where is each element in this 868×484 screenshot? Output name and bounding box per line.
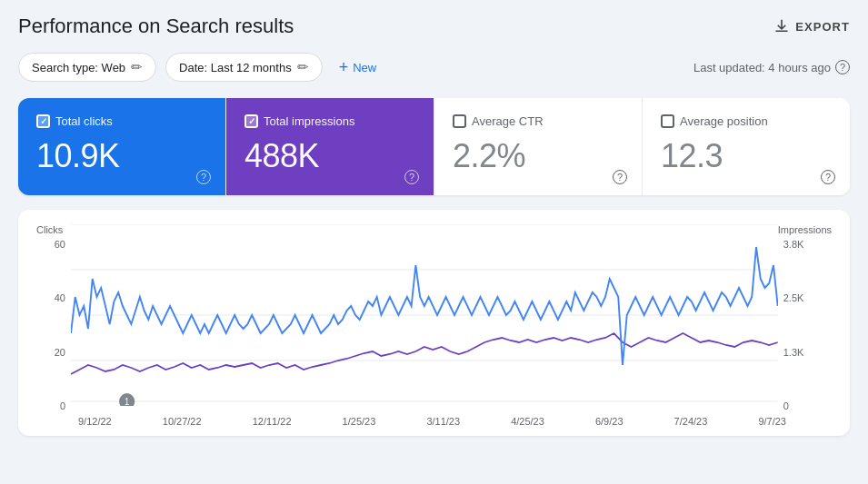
export-icon xyxy=(773,18,790,35)
metric-total-impressions[interactable]: Total impressions 488K ? xyxy=(226,98,434,195)
right-y-2.5k: 2.5K xyxy=(783,292,804,303)
x-label-2: 12/11/22 xyxy=(253,416,292,427)
average-ctr-checkbox[interactable] xyxy=(453,114,466,128)
x-label-5: 4/25/23 xyxy=(511,416,544,427)
right-axis-title: Impressions xyxy=(778,224,832,235)
left-y-60: 60 xyxy=(55,239,65,250)
search-type-filter[interactable]: Search type: Web ✏ xyxy=(18,53,156,82)
filter-bar: Search type: Web ✏ Date: Last 12 months … xyxy=(18,53,850,82)
total-clicks-value: 10.9K xyxy=(36,137,207,175)
left-y-0: 0 xyxy=(60,400,65,411)
plus-icon: + xyxy=(339,59,349,75)
total-impressions-help-icon[interactable]: ? xyxy=(404,170,419,184)
x-axis: 9/12/22 10/27/22 12/11/22 1/25/23 3/11/2… xyxy=(78,411,786,427)
new-button[interactable]: + New xyxy=(332,54,384,81)
average-position-help-icon[interactable]: ? xyxy=(821,170,835,184)
edit-search-type-icon: ✏ xyxy=(131,59,143,75)
edit-date-icon: ✏ xyxy=(297,59,309,75)
svg-text:1: 1 xyxy=(125,397,129,406)
metric-total-clicks[interactable]: Total clicks 10.9K ? xyxy=(18,98,226,195)
right-y-3.8k: 3.8K xyxy=(783,239,804,250)
average-position-value: 12.3 xyxy=(661,137,832,175)
date-filter[interactable]: Date: Last 12 months ✏ xyxy=(165,53,323,82)
chart-area: 1 xyxy=(71,224,778,409)
x-label-4: 3/11/23 xyxy=(426,416,460,427)
metric-average-position[interactable]: Average position 12.3 ? xyxy=(643,98,850,195)
left-axis-title: Clicks xyxy=(36,224,71,235)
x-label-1: 10/27/22 xyxy=(163,416,202,427)
last-updated-help-icon[interactable]: ? xyxy=(835,60,850,74)
chart-svg: 1 xyxy=(71,224,778,406)
left-y-40: 40 xyxy=(55,292,65,303)
x-label-0: 9/12/22 xyxy=(78,416,112,427)
last-updated-info: Last updated: 4 hours ago ? xyxy=(693,60,850,74)
x-label-8: 9/7/23 xyxy=(758,416,786,427)
average-position-label: Average position xyxy=(680,114,768,128)
average-position-checkbox[interactable] xyxy=(661,114,674,128)
x-label-3: 1/25/23 xyxy=(343,416,376,427)
total-clicks-checkbox[interactable] xyxy=(36,114,50,128)
right-y-1.3k: 1.3K xyxy=(783,347,804,358)
page-title: Performance on Search results xyxy=(18,15,294,38)
total-impressions-label: Total impressions xyxy=(264,114,354,128)
total-impressions-checkbox[interactable] xyxy=(244,114,258,128)
average-ctr-help-icon[interactable]: ? xyxy=(613,170,627,184)
x-label-7: 7/24/23 xyxy=(674,416,708,427)
x-label-6: 6/9/23 xyxy=(595,416,624,427)
average-ctr-value: 2.2% xyxy=(453,137,624,175)
average-ctr-label: Average CTR xyxy=(472,114,544,128)
metrics-row: Total clicks 10.9K ? Total impressions 4… xyxy=(18,98,850,195)
metric-average-ctr[interactable]: Average CTR 2.2% ? xyxy=(434,98,643,195)
export-button[interactable]: EXPORT xyxy=(773,18,850,35)
left-y-20: 20 xyxy=(55,347,65,358)
total-clicks-help-icon[interactable]: ? xyxy=(196,170,211,184)
total-impressions-value: 488K xyxy=(244,137,415,175)
right-y-0: 0 xyxy=(783,400,789,411)
total-clicks-label: Total clicks xyxy=(55,114,113,128)
chart-container: Clicks 60 40 20 0 xyxy=(18,210,850,436)
